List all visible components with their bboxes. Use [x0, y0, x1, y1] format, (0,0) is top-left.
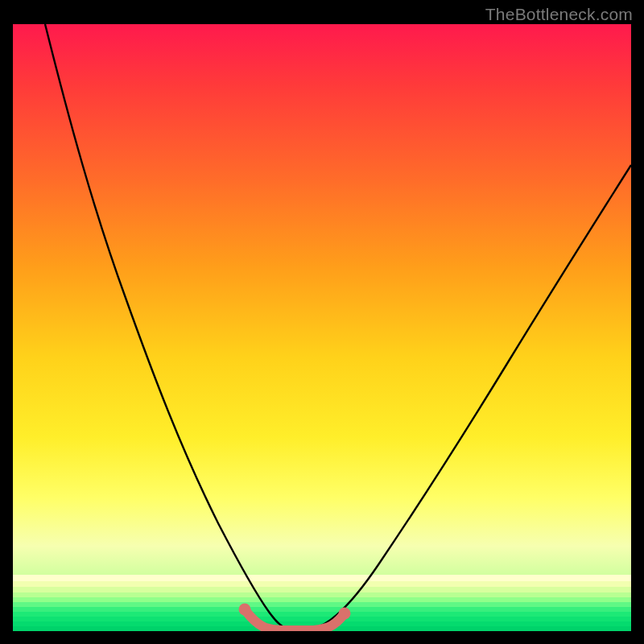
curve-layer [13, 24, 631, 631]
bottleneck-curve [45, 24, 631, 629]
plot-area [13, 24, 631, 631]
minimum-marker-endpoint [239, 604, 251, 616]
minimum-marker-endpoint [339, 608, 351, 620]
watermark-text: TheBottleneck.com [485, 5, 633, 24]
chart-frame: TheBottleneck.com [0, 0, 644, 644]
